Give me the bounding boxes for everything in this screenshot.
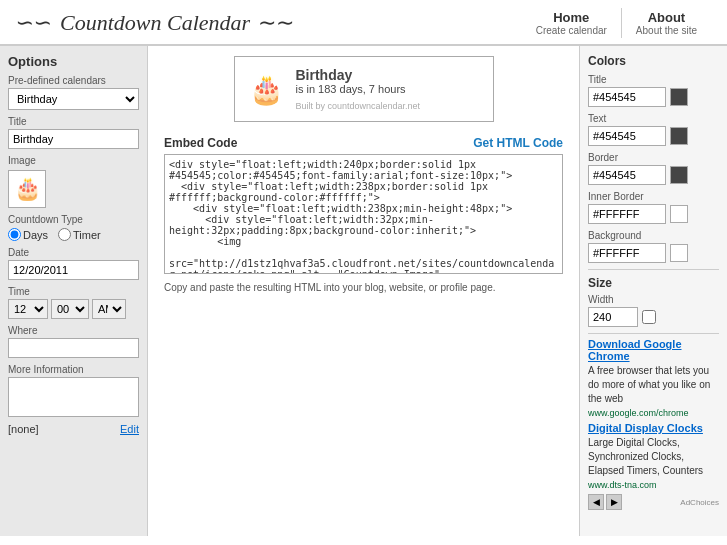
nav-item-home[interactable]: Home Create calendar — [522, 8, 621, 38]
color-title-input[interactable] — [588, 87, 666, 107]
nav-item-about[interactable]: About About the site — [621, 8, 711, 38]
where-label: Where — [8, 325, 139, 336]
nav-home-sub: Create calendar — [536, 25, 607, 36]
date-input[interactable] — [8, 260, 139, 280]
ad-text-2: Large Digital Clocks, Synchronized Clock… — [588, 436, 719, 478]
preview-box: 🎂 Birthday is in 183 days, 7 hours Built… — [234, 56, 494, 122]
preview-title: Birthday — [296, 67, 421, 83]
color-bg-row — [588, 243, 719, 263]
nav-about-label[interactable]: About — [636, 10, 697, 25]
color-inner-border-row — [588, 204, 719, 224]
preview-cake-icon: 🎂 — [249, 73, 284, 106]
color-inner-border-swatch[interactable] — [670, 205, 688, 223]
color-title-row — [588, 87, 719, 107]
embed-textarea[interactable]: <div style="float:left;width:240px;borde… — [164, 154, 563, 274]
size-lock-checkbox[interactable] — [642, 310, 656, 324]
time-label: Time — [8, 286, 139, 297]
logo-text: Countdown Calendar — [60, 10, 250, 36]
time-min-select[interactable]: 00153045 — [51, 299, 89, 319]
date-label: Date — [8, 247, 139, 258]
preview-text: Birthday is in 183 days, 7 hours Built b… — [296, 67, 421, 111]
color-text-swatch[interactable] — [670, 127, 688, 145]
color-bg-swatch[interactable] — [670, 244, 688, 262]
color-border-input[interactable] — [588, 165, 666, 185]
swirl-left-icon: ∼∼ — [16, 10, 52, 36]
edit-link[interactable]: Edit — [120, 423, 139, 435]
header-nav: Home Create calendar About About the sit… — [522, 8, 711, 38]
color-text-label: Text — [588, 113, 719, 124]
preview-built: Built by countdowncalendar.net — [296, 101, 421, 111]
ad-link-2[interactable]: Digital Display Clocks — [588, 422, 719, 434]
color-inner-border-input[interactable] — [588, 204, 666, 224]
logo: ∼∼ Countdown Calendar ∼∼ — [16, 10, 294, 36]
ad-section: Download Google Chrome A free browser th… — [588, 338, 719, 510]
color-text-row — [588, 126, 719, 146]
ad-prev-button[interactable]: ◀ — [588, 494, 604, 510]
ad-url-2: www.dts-tna.com — [588, 480, 719, 490]
ad-nav-row: ◀ ▶ AdChoices — [588, 494, 719, 510]
time-row: 12123 00153045 AMPM — [8, 299, 139, 319]
time-ampm-select[interactable]: AMPM — [92, 299, 126, 319]
nav-about-sub: About the site — [636, 25, 697, 36]
ad-next-button[interactable]: ▶ — [606, 494, 622, 510]
more-info-textarea[interactable] — [8, 377, 139, 417]
divider2 — [588, 333, 719, 334]
embed-note: Copy and paste the resulting HTML into y… — [164, 282, 563, 293]
left-panel: Options Pre-defined calendars Birthday C… — [0, 46, 148, 536]
color-inner-border-label: Inner Border — [588, 191, 719, 202]
colors-title: Colors — [588, 54, 719, 68]
title-input[interactable] — [8, 129, 139, 149]
width-label: Width — [588, 294, 719, 305]
color-bg-label: Background — [588, 230, 719, 241]
ad-text-1: A free browser that lets you do more of … — [588, 364, 719, 406]
embed-header: Embed Code Get HTML Code — [164, 136, 563, 150]
width-input[interactable] — [588, 307, 638, 327]
get-html-button[interactable]: Get HTML Code — [473, 136, 563, 150]
nav-home-label[interactable]: Home — [536, 10, 607, 25]
color-border-swatch[interactable] — [670, 166, 688, 184]
image-preview[interactable]: 🎂 — [8, 170, 46, 208]
embed-label: Embed Code — [164, 136, 237, 150]
options-title: Options — [8, 54, 139, 69]
right-panel: Colors Title Text Border Inner Border Ba… — [579, 46, 727, 536]
predefined-label: Pre-defined calendars — [8, 75, 139, 86]
color-title-label: Title — [588, 74, 719, 85]
title-label: Title — [8, 116, 139, 127]
link-row: [none] Edit — [8, 423, 139, 435]
header: ∼∼ Countdown Calendar ∼∼ Home Create cal… — [0, 0, 727, 46]
radio-days[interactable]: Days — [8, 228, 48, 241]
color-bg-input[interactable] — [588, 243, 666, 263]
time-hour-select[interactable]: 12123 — [8, 299, 48, 319]
cake-icon: 🎂 — [14, 176, 41, 202]
countdown-type-label: Countdown Type — [8, 214, 139, 225]
image-label: Image — [8, 155, 139, 166]
preview-sub: is in 183 days, 7 hours — [296, 83, 421, 95]
where-input[interactable] — [8, 338, 139, 358]
color-border-label: Border — [588, 152, 719, 163]
color-border-row — [588, 165, 719, 185]
predefined-select[interactable]: Birthday Christmas New Year Custom — [8, 88, 139, 110]
center-panel: 🎂 Birthday is in 183 days, 7 hours Built… — [148, 46, 579, 536]
main-layout: Options Pre-defined calendars Birthday C… — [0, 46, 727, 536]
color-text-input[interactable] — [588, 126, 666, 146]
size-row — [588, 307, 719, 327]
link-value: [none] — [8, 423, 39, 435]
swirl-right-icon: ∼∼ — [258, 10, 294, 36]
divider — [588, 269, 719, 270]
ad-url-1: www.google.com/chrome — [588, 408, 719, 418]
size-title: Size — [588, 276, 719, 290]
radio-timer[interactable]: Timer — [58, 228, 101, 241]
ad-nav-buttons: ◀ ▶ — [588, 494, 622, 510]
embed-section: Embed Code Get HTML Code <div style="flo… — [164, 136, 563, 293]
color-title-swatch[interactable] — [670, 88, 688, 106]
radio-group: Days Timer — [8, 228, 139, 241]
ad-link-1[interactable]: Download Google Chrome — [588, 338, 719, 362]
more-info-label: More Information — [8, 364, 139, 375]
adchoices-label: AdChoices — [680, 498, 719, 507]
